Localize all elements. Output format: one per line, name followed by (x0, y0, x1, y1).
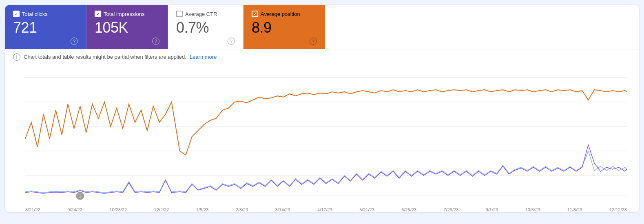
x-label-10: 7/29/23 (443, 207, 458, 212)
metric-label-ctr: Average CTR (185, 11, 217, 17)
checkmark-impressions: ✓ (96, 12, 100, 16)
checkbox-ctr[interactable] (176, 11, 183, 17)
metric-header-clicks: ✓ Total clicks (13, 11, 78, 17)
x-label-4: 1/5/23 (196, 207, 209, 212)
help-icon-ctr[interactable]: ? (228, 38, 235, 45)
help-icon-position[interactable]: ? (310, 38, 317, 45)
help-icon-impressions[interactable]: ? (152, 38, 159, 45)
metric-value-clicks: 721 (13, 20, 78, 36)
checkbox-clicks[interactable]: ✓ (13, 11, 20, 17)
date-marker-label: 1 (79, 194, 82, 198)
metric-header-position: ✓ Average position (252, 11, 317, 17)
metric-value-impressions: 105K (95, 20, 159, 36)
notice-text: Chart totals and table results might be … (24, 54, 186, 60)
metric-card-ctr[interactable]: Average CTR 0.7% ? (168, 5, 243, 49)
metric-card-position[interactable]: ✓ Average position 8.9 ? (243, 5, 325, 49)
x-label-3: 12/2/22 (154, 207, 169, 212)
help-icon-clicks[interactable]: ? (71, 38, 78, 45)
checkmark-clicks: ✓ (15, 12, 18, 16)
x-label-6: 3/14/23 (275, 207, 290, 212)
metric-header-impressions: ✓ Total impressions (95, 11, 159, 17)
x-label-0: 8/21/22 (25, 207, 40, 212)
metric-label-position: Average position (261, 11, 300, 17)
x-label-2: 10/28/22 (109, 207, 127, 212)
metric-card-impressions[interactable]: ✓ Total impressions 105K ? (86, 5, 168, 49)
x-label-8: 5/21/23 (359, 207, 374, 212)
metric-footer-impressions: ? (95, 38, 159, 45)
x-label-7: 4/17/23 (317, 207, 332, 212)
main-container: ✓ Total clicks 721 ? ✓ Total impressions… (5, 5, 639, 212)
metric-value-ctr: 0.7% (176, 20, 235, 36)
x-label-9: 6/25/23 (401, 207, 416, 212)
x-label-1: 9/24/22 (67, 207, 82, 212)
notice-bar: i Chart totals and table results might b… (5, 49, 639, 65)
clicks-line (25, 151, 627, 193)
checkbox-impressions[interactable]: ✓ (95, 11, 101, 17)
metric-footer-clicks: ? (13, 38, 78, 45)
impressions-line (25, 145, 627, 193)
metric-footer-position: ? (252, 38, 317, 45)
position-line (25, 90, 627, 155)
checkbox-position[interactable]: ✓ (252, 11, 258, 17)
x-label-5: 2/8/23 (236, 207, 248, 212)
x-label-12: 10/5/23 (525, 207, 540, 212)
metric-card-clicks[interactable]: ✓ Total clicks 721 ? (5, 5, 86, 49)
chart-svg: 1 (9, 69, 631, 204)
info-icon: i (13, 53, 20, 61)
x-axis-labels: 8/21/22 9/24/22 10/28/22 12/2/22 1/5/23 … (9, 206, 631, 212)
checkmark-position: ✓ (253, 12, 257, 16)
metric-header-ctr: Average CTR (176, 11, 235, 17)
metric-label-clicks: Total clicks (22, 11, 48, 17)
x-label-11: 9/1/23 (486, 207, 498, 212)
metric-value-position: 8.9 (252, 20, 317, 36)
learn-more-link[interactable]: Learn more (190, 54, 217, 60)
metrics-row: ✓ Total clicks 721 ? ✓ Total impressions… (5, 5, 639, 49)
x-label-13: 11/8/23 (567, 207, 582, 212)
metric-footer-ctr: ? (176, 38, 235, 45)
metric-label-impressions: Total impressions (104, 11, 144, 17)
chart-area: 1 8/21/22 9/24/22 10/28/22 12/2/22 1/5/2… (5, 65, 639, 212)
x-label-14: 12/12/23 (609, 207, 627, 212)
